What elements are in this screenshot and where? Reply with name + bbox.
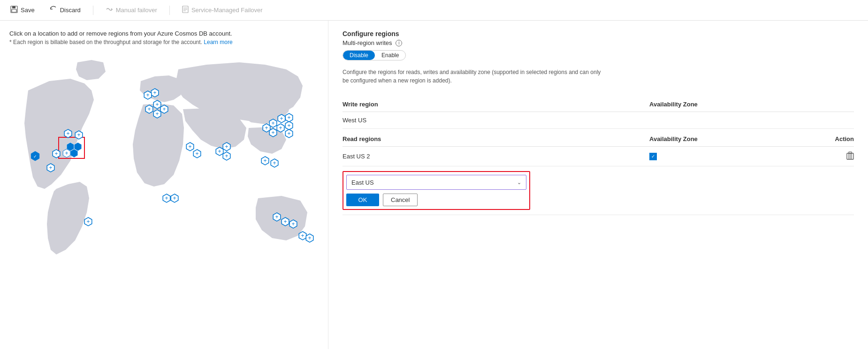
svg-text:+: + <box>146 92 149 98</box>
read-region-row-1: East US 2 ✓ <box>343 147 854 166</box>
manual-failover-icon <box>106 6 113 15</box>
svg-text:+: + <box>280 115 283 122</box>
multi-region-toggle: Disable Enable <box>343 50 406 60</box>
svg-text:+: + <box>218 148 221 155</box>
enable-toggle-button[interactable]: Enable <box>375 51 405 60</box>
svg-text:+: + <box>225 153 228 159</box>
svg-text:+: + <box>155 101 159 108</box>
regions-table: Write region Availability Zone West US R… <box>343 94 854 215</box>
save-icon <box>10 6 18 15</box>
read-region-1-az: ✓ <box>649 147 752 166</box>
svg-text:+: + <box>301 232 304 239</box>
svg-text:+: + <box>271 120 274 127</box>
svg-text:+: + <box>86 218 90 225</box>
read-region-1-action <box>752 147 854 166</box>
disable-toggle-button[interactable]: Disable <box>343 51 375 60</box>
ok-button[interactable]: OK <box>346 194 379 206</box>
write-region-action <box>752 112 854 129</box>
action-buttons: OK Cancel <box>346 194 526 206</box>
world-map[interactable]: ✓ + <box>9 53 319 297</box>
az-header-read: Availability Zone <box>649 129 752 147</box>
svg-text:+: + <box>287 114 290 121</box>
svg-text:+: + <box>195 150 198 157</box>
save-label: Save <box>21 7 35 14</box>
svg-text:+: + <box>273 160 276 166</box>
svg-text:+: + <box>225 143 228 150</box>
svg-text:+: + <box>263 157 266 164</box>
write-region-row: West US <box>343 112 854 129</box>
region-select-dropdown[interactable]: East US ⌄ <box>346 175 526 190</box>
right-panel: Configure regions Multi-region writes i … <box>328 21 868 349</box>
map-container[interactable]: ✓ + <box>9 53 319 297</box>
write-region-header: Write region <box>343 94 649 112</box>
svg-text:✓: ✓ <box>33 154 37 159</box>
multi-region-info-icon[interactable]: i <box>396 40 402 46</box>
add-region-row: East US ⌄ OK Cancel <box>343 166 854 215</box>
svg-text:+: + <box>279 125 282 131</box>
action-header-read: Action <box>752 129 854 147</box>
svg-text:+: + <box>291 221 295 227</box>
add-region-dropdown-container: East US ⌄ OK Cancel <box>343 171 530 210</box>
info-sub-prefix: * Each region is billable based on the t… <box>9 39 202 45</box>
discard-icon <box>50 6 57 15</box>
svg-text:+: + <box>153 90 156 96</box>
multi-region-label: Multi-region writes <box>343 39 392 46</box>
manual-failover-label: Manual failover <box>116 7 157 14</box>
toolbar-separator-1 <box>93 6 93 15</box>
svg-text:+: + <box>147 106 151 112</box>
service-managed-failover-icon <box>182 6 189 15</box>
svg-text:+: + <box>162 106 166 112</box>
svg-text:+: + <box>77 132 80 138</box>
svg-text:+: + <box>308 235 311 241</box>
manual-failover-button[interactable]: Manual failover <box>103 4 160 16</box>
learn-more-link[interactable]: Learn more <box>204 39 232 45</box>
configure-regions-title: Configure regions <box>343 30 854 37</box>
multi-region-row: Multi-region writes i <box>343 39 854 46</box>
info-text: Click on a location to add or remove reg… <box>9 30 319 37</box>
toolbar-separator-2 <box>169 6 170 15</box>
svg-text:+: + <box>275 214 278 220</box>
svg-text:+: + <box>66 130 69 137</box>
svg-text:+: + <box>271 129 274 136</box>
read-regions-header: Read regions <box>343 129 649 147</box>
checkbox-check-icon: ✓ <box>651 154 655 159</box>
region-west-us[interactable]: ✓ <box>31 151 39 161</box>
chevron-down-icon: ⌄ <box>517 179 521 186</box>
svg-text:+: + <box>49 164 52 171</box>
svg-text:+: + <box>287 122 290 129</box>
discard-label: Discard <box>60 7 81 14</box>
service-managed-failover-button[interactable]: Service-Managed Failover <box>179 4 266 16</box>
svg-text:+: + <box>165 195 168 202</box>
svg-text:+: + <box>283 218 287 225</box>
toolbar: Save Discard Manual failover <box>0 0 868 21</box>
configure-desc: Configure the regions for reads, writes … <box>343 68 605 85</box>
delete-region-1-button[interactable] <box>846 154 854 161</box>
svg-text:+: + <box>173 195 176 202</box>
save-button[interactable]: Save <box>8 4 38 16</box>
service-managed-failover-label: Service-Managed Failover <box>191 7 263 14</box>
svg-text:+: + <box>65 150 68 157</box>
discard-button[interactable]: Discard <box>47 4 84 16</box>
svg-text:+: + <box>155 111 159 117</box>
action-header-write <box>752 94 854 112</box>
info-sub: * Each region is billable based on the t… <box>9 39 319 45</box>
svg-rect-1 <box>12 6 15 8</box>
write-region-value: West US <box>343 112 649 129</box>
read-region-1-value: East US 2 <box>343 147 649 166</box>
svg-text:+: + <box>287 130 290 137</box>
svg-text:+: + <box>265 125 268 131</box>
main-content: Click on a location to add or remove reg… <box>0 21 868 349</box>
svg-rect-2 <box>12 9 16 12</box>
svg-text:+: + <box>54 150 58 157</box>
left-panel: Click on a location to add or remove reg… <box>0 21 328 349</box>
region-select-value: East US <box>351 179 374 186</box>
svg-rect-85 <box>849 152 852 153</box>
az-checkbox-1[interactable]: ✓ <box>649 153 657 160</box>
svg-text:+: + <box>188 143 191 150</box>
cancel-button[interactable]: Cancel <box>383 194 418 206</box>
write-region-az <box>649 112 752 129</box>
az-header-write: Availability Zone <box>649 94 752 112</box>
